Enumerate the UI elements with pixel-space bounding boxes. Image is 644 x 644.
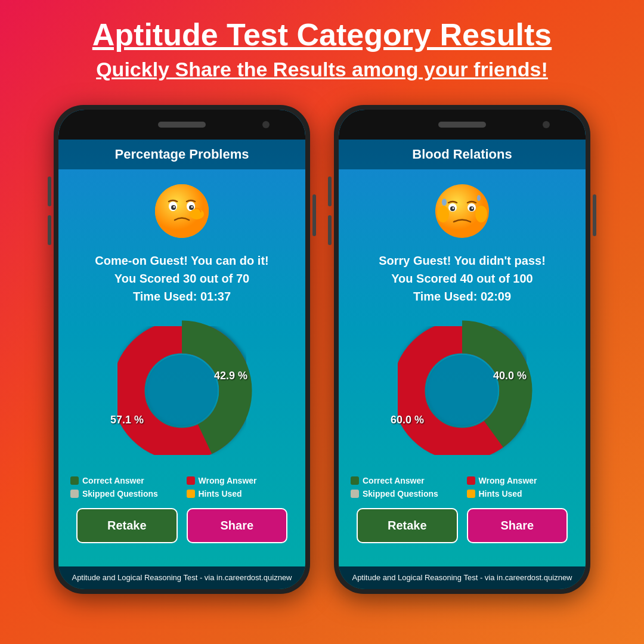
svg-point-18 [472, 208, 473, 209]
hints-dot-2 [467, 490, 475, 498]
svg-point-25 [426, 355, 498, 426]
vol-down-btn-2 [328, 215, 332, 245]
emoji-2 [429, 178, 495, 244]
svg-point-7 [191, 206, 193, 208]
retake-button-2[interactable]: Retake [357, 508, 458, 543]
share-button-1[interactable]: Share [187, 508, 288, 543]
wrong-dot-1 [187, 476, 195, 485]
vol-up-btn-2 [328, 177, 332, 206]
correct-pct-label-1: 42.9 % [214, 370, 247, 382]
phone-1: Percentage Problems [54, 105, 310, 594]
btn-row-1: Retake Share [70, 508, 293, 543]
legend-skipped-2: Skipped Questions [351, 489, 458, 499]
svg-point-17 [453, 208, 454, 209]
skipped-dot-2 [351, 490, 359, 498]
svg-point-8 [190, 209, 204, 219]
header: Aptitude Test Category Results Quickly S… [80, 0, 564, 93]
retake-button-1[interactable]: Retake [76, 508, 178, 543]
power-btn [312, 194, 316, 236]
phone-2: Blood Relations [334, 105, 590, 594]
wrong-dot-2 [467, 476, 475, 485]
vol-up-btn [48, 177, 51, 206]
phone-content-1: Come-on Guest! You can do it! You Scored… [58, 169, 305, 566]
svg-point-22 [475, 206, 487, 222]
legend-hints-1: Hints Used [187, 489, 294, 499]
skipped-dot-1 [70, 490, 79, 498]
category-label-1: Percentage Problems [58, 140, 305, 169]
svg-point-6 [174, 206, 175, 208]
phone-top-bar-2 [339, 110, 586, 140]
legend-hints-2: Hints Used [467, 489, 574, 499]
svg-point-11 [146, 355, 218, 426]
legend-wrong-1: Wrong Answer [187, 476, 294, 485]
svg-point-20 [477, 195, 481, 201]
hints-dot-1 [187, 490, 195, 498]
correct-dot-2 [351, 476, 359, 485]
correct-pct-label-2: 40.0 % [493, 370, 527, 382]
legend-correct-2: Correct Answer [351, 476, 458, 485]
phone-top-bar-1 [58, 110, 305, 140]
power-btn-2 [593, 194, 596, 236]
svg-point-21 [437, 206, 449, 222]
page-subtitle: Quickly Share the Results among your fri… [92, 58, 552, 81]
speaker-2 [438, 122, 486, 128]
phone-footer-1: Aptitude and Logical Reasoning Test - vi… [58, 566, 305, 589]
phone-content-2: Sorry Guest! You didn't pass! You Scored… [339, 169, 586, 566]
vol-down-btn [48, 215, 51, 245]
legend-wrong-2: Wrong Answer [467, 476, 574, 485]
legend-correct-1: Correct Answer [70, 476, 178, 485]
svg-point-19 [442, 199, 447, 206]
camera-1 [262, 121, 270, 128]
btn-row-2: Retake Share [351, 508, 574, 543]
camera-2 [543, 121, 550, 128]
legend-1: Correct Answer Wrong Answer Skipped Ques… [70, 476, 293, 499]
result-text-1: Come-on Guest! You can do it! You Scored… [95, 252, 268, 305]
page-title: Aptitude Test Category Results [92, 18, 552, 52]
phone-footer-2: Aptitude and Logical Reasoning Test - vi… [339, 566, 586, 589]
legend-2: Correct Answer Wrong Answer Skipped Ques… [351, 476, 574, 499]
share-button-2[interactable]: Share [467, 508, 568, 543]
chart-1: 42.9 % 57.1 % [104, 313, 259, 468]
result-text-2: Sorry Guest! You didn't pass! You Scored… [379, 252, 546, 305]
emoji-1 [149, 178, 215, 244]
legend-skipped-1: Skipped Questions [70, 489, 178, 499]
correct-dot-1 [70, 476, 79, 485]
chart-2: 40.0 % 60.0 % [385, 313, 540, 468]
speaker-1 [158, 122, 206, 128]
category-label-2: Blood Relations [339, 140, 586, 169]
wrong-pct-label-2: 60.0 % [391, 414, 424, 426]
phones-container: Percentage Problems [30, 93, 614, 606]
wrong-pct-label-1: 57.1 % [110, 414, 144, 426]
